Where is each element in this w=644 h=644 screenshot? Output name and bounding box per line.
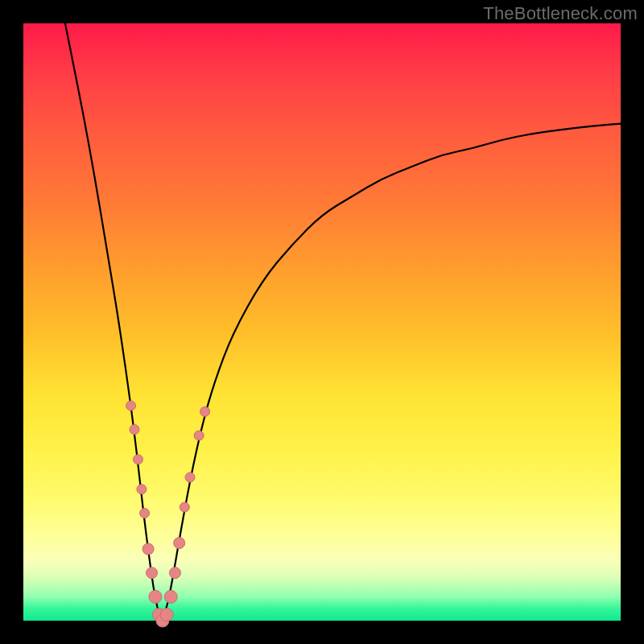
- curve-marker: [140, 508, 150, 518]
- curve-marker: [137, 485, 147, 494]
- curve-marker: [149, 590, 162, 603]
- watermark-text: TheBottleneck.com: [483, 3, 638, 24]
- curve-marker: [164, 590, 177, 603]
- curve-marker: [200, 407, 210, 416]
- curve-marker: [147, 568, 158, 579]
- curve-marker: [160, 609, 173, 621]
- curve-marker: [130, 425, 139, 435]
- curve-marker: [174, 538, 185, 549]
- outer-frame: TheBottleneck.com: [0, 0, 644, 644]
- curve-marker: [126, 401, 136, 411]
- bottleneck-curve: [65, 23, 621, 617]
- plot-area: [23, 23, 621, 621]
- curve-marker: [169, 568, 180, 579]
- curve-marker: [133, 455, 142, 464]
- curve-marker: [142, 543, 154, 555]
- curve-marker: [194, 431, 204, 440]
- curve-marker: [185, 473, 195, 482]
- curve-markers: [126, 401, 210, 627]
- curve-marker: [180, 502, 189, 512]
- chart-svg: [23, 23, 621, 621]
